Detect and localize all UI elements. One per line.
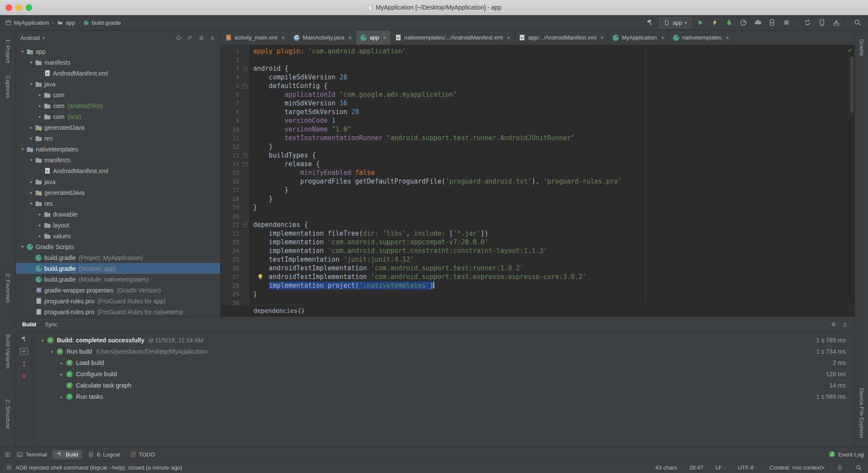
fold-marker-icon[interactable]: − (243, 66, 248, 71)
build-row-load-build[interactable]: ▸✓Load build2 ms (32, 357, 855, 368)
expand-arrow-icon[interactable]: ▸ (27, 190, 35, 195)
editor[interactable]: 123−45−678910111213−14−15161718192021−22… (221, 45, 855, 305)
breadcrumb-item-build-gradle[interactable]: build.gradle (83, 20, 121, 26)
close-tab-icon[interactable]: × (507, 35, 510, 41)
code-line-10[interactable]: versionName "1.0" (253, 125, 855, 134)
close-tab-icon[interactable]: × (383, 35, 386, 41)
code-line-11[interactable]: testInstrumentationRunner "android.suppo… (253, 134, 855, 142)
expand-arrow-icon[interactable]: ▾ (27, 201, 35, 206)
code-line-18[interactable]: } (253, 194, 855, 203)
editor-tab-mainactivity-java[interactable]: CMainActivity.java× (289, 30, 356, 45)
hammer-button[interactable] (645, 17, 655, 28)
locate-icon[interactable] (175, 35, 182, 41)
tree-item-res[interactable]: ▸res (16, 133, 220, 144)
code-line-14[interactable]: release { (253, 160, 855, 168)
close-tab-icon[interactable]: × (661, 35, 664, 41)
fold-marker-icon[interactable]: − (243, 223, 248, 227)
code-line-22[interactable]: implementation fileTree(dir: 'libs', inc… (253, 229, 855, 238)
tree-item-app[interactable]: ▾app (16, 46, 220, 57)
editor-gutter[interactable]: 123−45−678910111213−14−15161718192021−22… (221, 45, 249, 305)
code-line-12[interactable]: } (253, 142, 855, 151)
code-line-26[interactable]: androidTestImplementation 'com.android.s… (253, 264, 855, 273)
sdk-button[interactable] (831, 17, 842, 28)
run-config-select[interactable]: app▾ (659, 17, 691, 28)
expand-arrow-icon[interactable]: ▾ (27, 158, 35, 162)
code-line-23[interactable]: implementation 'com.android.support:appc… (253, 238, 855, 246)
tool-tab-terminal[interactable]: Terminal (13, 450, 51, 459)
expand-arrow-icon[interactable]: ▸ (36, 114, 44, 119)
expand-arrow-icon[interactable]: ▸ (57, 394, 66, 399)
collapse-icon[interactable] (187, 35, 193, 41)
breadcrumb-item-app[interactable]: app (57, 20, 75, 26)
code-line-27[interactable]: androidTestImplementation 'com.android.s… (253, 273, 855, 281)
tree-item-layout[interactable]: ▸layout (16, 220, 220, 230)
build-row-run-tasks[interactable]: ▸✓Run tasks1 s 589 ms (32, 391, 855, 402)
editor-breadcrumb[interactable]: dependencies{} (254, 307, 305, 314)
expand-arrow-icon[interactable]: ▸ (27, 136, 35, 141)
expand-arrow-icon[interactable]: ▸ (36, 223, 44, 227)
close-icon[interactable] (21, 373, 27, 379)
tool-button-gradle[interactable]: Gradle (858, 39, 865, 56)
tool-button-2-favorites[interactable]: 2: Favorites (5, 273, 11, 303)
editor-tab-nativetemplates-androidmanifest-xml[interactable]: nativetemplates/.../AndroidManifest.xml× (391, 30, 515, 45)
tree-item-proguard-rules-pro-proguard-rules-for-app[interactable]: proguard-rules.pro(ProGuard Rules for ap… (16, 296, 220, 306)
code-line-24[interactable]: implementation 'com.android.support.cons… (253, 246, 855, 255)
code-line-21[interactable]: dependencies { (253, 220, 855, 229)
zoom-window-button[interactable] (26, 4, 32, 11)
intention-bulb-icon[interactable] (257, 273, 264, 280)
code-line-25[interactable]: testImplementation 'junit:junit:4.12' (253, 255, 855, 264)
build-panel-tab-build[interactable]: Build (22, 321, 36, 328)
line-separator-indicator[interactable]: LF↕ (716, 464, 726, 471)
expand-arrow-icon[interactable]: ▸ (36, 103, 44, 108)
toolwindow-switcher-icon[interactable] (4, 451, 11, 458)
fold-marker-icon[interactable]: − (243, 153, 248, 158)
tool-button-1-project[interactable]: 1: Project (5, 39, 11, 63)
hide-icon[interactable] (842, 321, 848, 328)
tree-item-com-test[interactable]: ▸com(test) (16, 111, 220, 122)
code-line-15[interactable]: minifyEnabled false (253, 168, 855, 177)
tree-item-java[interactable]: ▸java (16, 176, 220, 187)
inspections-ok-icon[interactable] (846, 46, 853, 53)
code-line-5[interactable]: defaultConfig { (253, 82, 855, 90)
code-line-1[interactable]: apply plugin: 'com.android.application' (253, 47, 855, 56)
device-run-button[interactable] (767, 17, 777, 28)
project-view-selector[interactable]: Android (20, 35, 40, 41)
tree-item-com[interactable]: ▸com (16, 89, 220, 100)
code-line-2[interactable] (253, 56, 855, 64)
expand-all-icon[interactable] (21, 361, 27, 367)
code-line-4[interactable]: compileSdkVersion 28 (253, 73, 855, 82)
expand-arrow-icon[interactable]: ▸ (57, 361, 66, 365)
fold-column[interactable]: − (241, 162, 248, 167)
editor-tab-app-androidmanifest-xml[interactable]: app/.../AndroidManifest.xml× (515, 30, 608, 45)
code-line-8[interactable]: targetSdkVersion 28 (253, 108, 855, 116)
close-window-button[interactable] (6, 4, 12, 11)
run-button[interactable] (695, 17, 706, 28)
code-line-17[interactable]: } (253, 186, 855, 194)
minimize-window-button[interactable] (16, 4, 22, 11)
code-line-3[interactable]: android { (253, 64, 855, 73)
tree-item-manifests[interactable]: ▾manifests (16, 154, 220, 165)
expand-arrow-icon[interactable]: ▸ (36, 233, 44, 238)
code-line-20[interactable] (253, 212, 855, 220)
sync-button[interactable] (802, 17, 813, 28)
expand-arrow-icon[interactable]: ▸ (36, 92, 44, 97)
editor-code[interactable]: apply plugin: 'com.android.application' … (249, 45, 855, 305)
tree-item-build-gradle-module-app[interactable]: build.gradle(Module: app) (16, 263, 220, 274)
status-grid-icon[interactable] (6, 465, 12, 470)
build-panel-tab-sync[interactable]: Sync (45, 321, 58, 328)
apply-changes-button[interactable] (710, 17, 720, 28)
tree-item-values[interactable]: ▸values (16, 230, 220, 241)
avd-button[interactable] (817, 17, 827, 28)
tree-item-res[interactable]: ▾res (16, 198, 220, 209)
tree-item-gradle-scripts[interactable]: ▾Gradle Scripts (16, 241, 220, 252)
tree-item-build-gradle-project-myapplication[interactable]: build.gradle(Project: MyApplication) (16, 252, 220, 263)
code-line-6[interactable]: applicationId "com.google.ads.myapplicat… (253, 90, 855, 99)
expand-arrow-icon[interactable]: ▾ (19, 147, 26, 151)
build-row-configure-build[interactable]: ▸✓Configure build128 ms (32, 368, 855, 380)
expand-arrow-icon[interactable]: ▸ (27, 179, 35, 184)
editor-scrollbar[interactable] (850, 56, 854, 113)
tree-item-androidmanifest-xml[interactable]: AndroidManifest.xml (16, 68, 220, 79)
code-line-7[interactable]: minSdkVersion 16 (253, 99, 855, 108)
expand-arrow-icon[interactable]: ▾ (48, 349, 56, 354)
tree-item-generatedjava[interactable]: ▸generatedJava (16, 187, 220, 198)
